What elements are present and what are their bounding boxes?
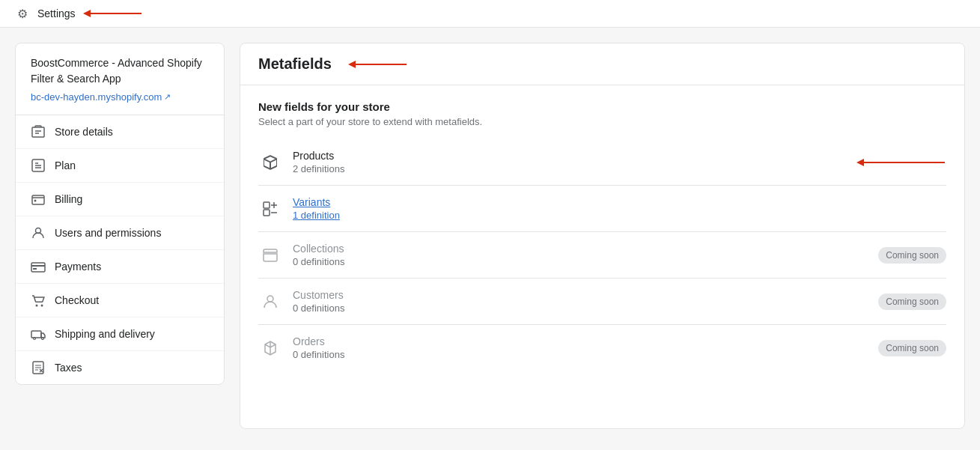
plan-label: Plan xyxy=(55,159,76,171)
collections-icon xyxy=(258,243,282,267)
sidebar-nav: Store details Plan Billing xyxy=(16,115,224,384)
svg-point-18 xyxy=(42,338,44,340)
customers-name: Customers xyxy=(293,289,868,301)
main-header: Metafields xyxy=(240,43,964,85)
orders-definitions: 0 definitions xyxy=(293,349,868,360)
store-details-label: Store details xyxy=(55,126,113,138)
section-title: New fields for your store xyxy=(258,100,946,113)
products-definitions: 2 definitions xyxy=(293,163,839,174)
billing-icon xyxy=(31,192,46,207)
products-info: Products 2 definitions xyxy=(293,150,839,174)
svg-marker-26 xyxy=(856,159,864,166)
customers-icon xyxy=(258,290,282,314)
external-link-icon: ↗ xyxy=(164,92,171,102)
orders-name: Orders xyxy=(293,335,868,347)
header-arrow-annotation xyxy=(348,58,408,70)
customers-info: Customers 0 definitions xyxy=(293,289,868,314)
sidebar-item-taxes[interactable]: Taxes xyxy=(16,351,224,384)
svg-rect-12 xyxy=(31,263,45,272)
variants-name[interactable]: Variants xyxy=(293,196,946,208)
variants-definitions[interactable]: 1 definition xyxy=(293,210,946,221)
sidebar-store-info: BoostCommerce - Advanced Shopify Filter … xyxy=(16,43,224,115)
svg-point-10 xyxy=(34,200,37,202)
section-header: New fields for your store Select a part … xyxy=(240,85,964,130)
shipping-label: Shipping and delivery xyxy=(55,328,155,340)
svg-rect-28 xyxy=(264,210,270,216)
store-url-text: bc-dev-hayden.myshopify.com xyxy=(31,91,162,103)
users-icon xyxy=(31,225,46,240)
taxes-icon xyxy=(31,360,46,375)
orders-coming-soon: Coming soon xyxy=(878,340,946,356)
page-layout: BoostCommerce - Advanced Shopify Filter … xyxy=(0,28,980,444)
payments-label: Payments xyxy=(55,261,101,273)
orders-icon xyxy=(258,336,282,360)
svg-rect-27 xyxy=(264,202,270,208)
billing-label: Billing xyxy=(55,193,82,205)
sidebar-item-plan[interactable]: Plan xyxy=(16,149,224,183)
products-name: Products xyxy=(293,150,839,162)
svg-marker-24 xyxy=(348,61,356,68)
metafield-item-collections: Collections 0 definitions Coming soon xyxy=(258,232,946,279)
metafield-item-products[interactable]: Products 2 definitions xyxy=(258,139,946,186)
gear-icon: ⚙ xyxy=(15,6,30,21)
topbar-arrow-annotation xyxy=(83,7,143,19)
shipping-icon xyxy=(31,326,46,341)
payments-icon xyxy=(31,259,46,274)
svg-rect-16 xyxy=(31,331,41,338)
sidebar-item-billing[interactable]: Billing xyxy=(16,183,224,216)
sidebar-item-payments[interactable]: Payments xyxy=(16,250,224,284)
settings-title: Settings xyxy=(37,7,76,19)
metafield-item-customers: Customers 0 definitions Coming soon xyxy=(258,279,946,325)
collections-definitions: 0 definitions xyxy=(293,256,868,267)
customers-coming-soon: Coming soon xyxy=(878,294,946,310)
svg-point-15 xyxy=(41,305,43,307)
main-content: Metafields New fields for your store Sel… xyxy=(240,43,965,429)
checkout-label: Checkout xyxy=(55,294,99,306)
metafield-list: Products 2 definitions Variants xyxy=(240,130,964,380)
sidebar: BoostCommerce - Advanced Shopify Filter … xyxy=(15,43,225,385)
collections-info: Collections 0 definitions xyxy=(293,243,868,267)
svg-rect-13 xyxy=(33,268,37,270)
top-bar: ⚙ Settings xyxy=(0,0,980,28)
sidebar-item-shipping[interactable]: Shipping and delivery xyxy=(16,317,224,351)
taxes-label: Taxes xyxy=(55,362,82,374)
variants-icon xyxy=(258,197,282,221)
store-details-icon xyxy=(31,124,46,139)
sidebar-item-checkout[interactable]: Checkout xyxy=(16,284,224,317)
svg-rect-9 xyxy=(32,195,44,204)
main-title: Metafields xyxy=(258,55,332,73)
collections-name: Collections xyxy=(293,243,868,255)
sidebar-item-store-details[interactable]: Store details xyxy=(16,115,224,149)
store-name: BoostCommerce - Advanced Shopify Filter … xyxy=(31,55,209,87)
svg-rect-2 xyxy=(32,127,44,137)
collections-coming-soon: Coming soon xyxy=(878,247,946,264)
svg-point-17 xyxy=(34,338,36,340)
plan-icon xyxy=(31,158,46,173)
store-url-link[interactable]: bc-dev-hayden.myshopify.com ↗ xyxy=(31,91,209,103)
sidebar-item-users[interactable]: Users and permissions xyxy=(16,216,224,250)
checkout-icon xyxy=(31,293,46,308)
users-label: Users and permissions xyxy=(55,227,161,239)
svg-marker-1 xyxy=(83,10,91,17)
metafield-item-orders: Orders 0 definitions Coming soon xyxy=(258,325,946,371)
svg-point-14 xyxy=(36,305,38,307)
orders-info: Orders 0 definitions xyxy=(293,335,868,360)
products-arrow-annotation xyxy=(856,156,946,168)
metafield-item-variants[interactable]: Variants 1 definition xyxy=(258,186,946,232)
products-icon xyxy=(258,150,282,174)
customers-definitions: 0 definitions xyxy=(293,302,868,314)
svg-point-29 xyxy=(267,296,273,302)
variants-info: Variants 1 definition xyxy=(293,196,946,221)
section-subtitle: Select a part of your store to extend wi… xyxy=(258,116,946,127)
